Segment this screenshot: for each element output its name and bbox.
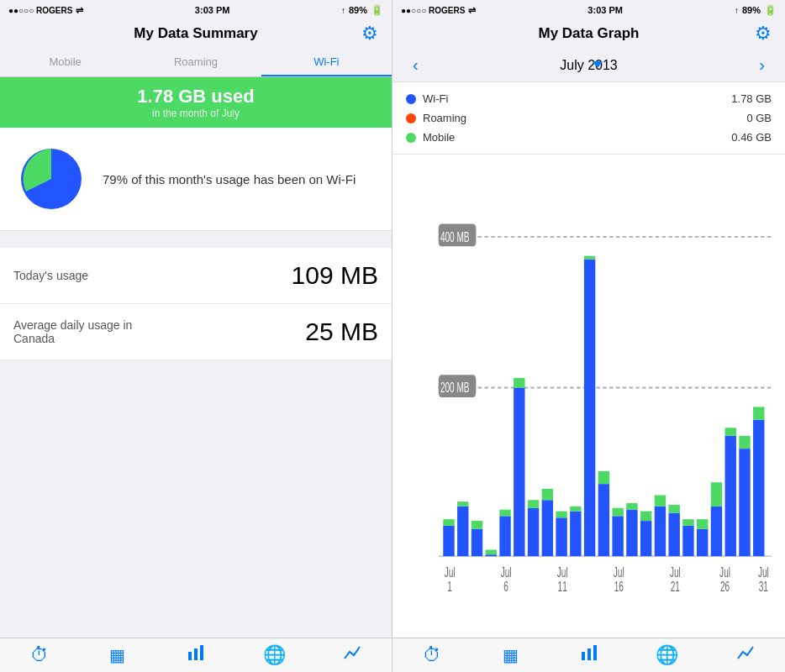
svg-text:21: 21 bbox=[671, 578, 680, 595]
svg-rect-50 bbox=[711, 507, 722, 556]
svg-rect-48 bbox=[697, 529, 708, 556]
svg-rect-41 bbox=[640, 512, 651, 521]
svg-rect-32 bbox=[584, 260, 595, 556]
bar-chart-svg: 400 MB 200 MB bbox=[401, 163, 777, 612]
mobile-legend-label: Mobile bbox=[423, 131, 455, 144]
tab-roaming[interactable]: Roaming bbox=[130, 49, 261, 76]
time-left: 3:03 PM bbox=[195, 5, 230, 15]
header-right: My Data Graph ⚙ bbox=[392, 20, 785, 49]
bottom-tabs-right: ⏱ ▦ 🌐 bbox=[392, 638, 785, 672]
svg-rect-39 bbox=[626, 503, 637, 510]
graph-area: 400 MB 200 MB bbox=[392, 155, 785, 638]
svg-rect-30 bbox=[570, 512, 581, 557]
roaming-legend-label: Roaming bbox=[423, 112, 466, 124]
graph-icon-right bbox=[580, 643, 598, 667]
carrier-right: ●●○○○ ROGERS bbox=[401, 6, 465, 15]
list-icon-left: ▦ bbox=[109, 645, 125, 665]
stat-label-avg: Average daily usage in Canada bbox=[13, 318, 148, 345]
status-left: ●●○○○ ROGERS ⇌ bbox=[8, 5, 83, 16]
svg-text:16: 16 bbox=[614, 578, 624, 595]
arrow-left: ↑ bbox=[341, 6, 345, 15]
wifi-legend-label: Wi-Fi bbox=[423, 92, 448, 105]
bottom-tab-timer-right[interactable]: ⏱ bbox=[392, 643, 471, 667]
bottom-tab-list-left[interactable]: ▦ bbox=[78, 643, 156, 667]
svg-rect-53 bbox=[725, 428, 736, 436]
svg-rect-33 bbox=[584, 256, 595, 260]
mobile-legend-value: 0.46 GB bbox=[731, 131, 772, 144]
legend-area: Wi-Fi 1.78 GB Roaming 0 GB Mobile 0.46 G… bbox=[392, 82, 785, 155]
title-left: My Data Summary bbox=[134, 25, 257, 42]
svg-rect-40 bbox=[640, 521, 651, 556]
svg-rect-23 bbox=[514, 378, 524, 387]
svg-rect-25 bbox=[528, 500, 539, 508]
svg-rect-74 bbox=[593, 645, 597, 660]
svg-rect-14 bbox=[457, 507, 468, 556]
banner-main-value: 1.78 GB used bbox=[13, 86, 378, 108]
status-bar-left: ●●○○○ ROGERS ⇌ 3:03 PM ↑ 89% 🔋 bbox=[0, 0, 392, 20]
svg-rect-20 bbox=[499, 516, 510, 556]
timer-icon-left: ⏱ bbox=[30, 644, 49, 666]
svg-rect-72 bbox=[582, 652, 585, 660]
gear-icon-right[interactable]: ⚙ bbox=[755, 23, 772, 45]
carrier-left: ●●○○○ ROGERS bbox=[8, 6, 72, 15]
wifi-legend-value: 1.78 GB bbox=[731, 92, 772, 105]
battery-pct-right: 89% bbox=[742, 5, 761, 15]
svg-rect-16 bbox=[472, 529, 482, 556]
bottom-tab-graph-left[interactable] bbox=[156, 643, 234, 667]
bottom-tab-timer-left[interactable]: ⏱ bbox=[0, 643, 78, 667]
bottom-tab-trend-right[interactable] bbox=[707, 643, 785, 667]
svg-rect-3 bbox=[194, 648, 198, 660]
svg-rect-73 bbox=[587, 648, 591, 660]
bottom-tab-globe-right[interactable]: 🌐 bbox=[628, 643, 706, 667]
svg-rect-55 bbox=[739, 436, 750, 449]
svg-rect-36 bbox=[612, 516, 623, 556]
svg-rect-35 bbox=[598, 471, 609, 484]
legend-row-mobile: Mobile 0.46 GB bbox=[406, 128, 772, 147]
svg-rect-49 bbox=[697, 519, 708, 528]
bottom-tab-globe-left[interactable]: 🌐 bbox=[235, 643, 313, 667]
trend-icon-right bbox=[736, 643, 755, 667]
bottom-tab-list-right[interactable]: ▦ bbox=[471, 643, 549, 667]
left-phone: ●●○○○ ROGERS ⇌ 3:03 PM ↑ 89% 🔋 My Data S… bbox=[0, 0, 392, 672]
bottom-tabs-left: ⏱ ▦ 🌐 bbox=[0, 638, 392, 672]
svg-rect-52 bbox=[725, 436, 736, 556]
gear-icon-left[interactable]: ⚙ bbox=[361, 23, 378, 45]
svg-rect-34 bbox=[598, 484, 609, 556]
app-container: ●●○○○ ROGERS ⇌ 3:03 PM ↑ 89% 🔋 My Data S… bbox=[0, 0, 785, 672]
svg-rect-47 bbox=[682, 519, 693, 526]
next-month-button[interactable]: › bbox=[752, 55, 772, 75]
title-right: My Data Graph bbox=[539, 25, 640, 42]
battery-icon-left: 🔋 bbox=[371, 4, 383, 16]
bottom-tab-graph-right[interactable] bbox=[550, 643, 628, 667]
svg-rect-13 bbox=[443, 519, 454, 526]
tab-mobile[interactable]: Mobile bbox=[0, 49, 130, 76]
wifi-icon-right: ⇌ bbox=[468, 5, 476, 16]
status-right-left: ↑ 89% 🔋 bbox=[341, 4, 383, 16]
graph-icon-left bbox=[187, 643, 205, 667]
prev-month-button[interactable]: ‹ bbox=[406, 55, 425, 75]
roaming-legend-value: 0 GB bbox=[746, 112, 772, 124]
stats-section: Today's usage 109 MB Average daily usage… bbox=[0, 248, 392, 360]
tab-wifi[interactable]: Wi-Fi bbox=[261, 49, 392, 76]
svg-rect-12 bbox=[443, 526, 454, 556]
svg-rect-38 bbox=[626, 510, 637, 556]
month-title: July 2013 bbox=[560, 58, 618, 73]
svg-rect-15 bbox=[457, 501, 468, 507]
battery-pct-left: 89% bbox=[349, 5, 367, 15]
globe-icon-right: 🌐 bbox=[656, 644, 678, 666]
svg-rect-46 bbox=[682, 526, 693, 556]
legend-row-wifi: Wi-Fi 1.78 GB bbox=[406, 89, 772, 108]
bottom-tab-trend-left[interactable] bbox=[313, 643, 392, 667]
time-right: 3:03 PM bbox=[587, 5, 623, 15]
svg-rect-4 bbox=[200, 645, 203, 660]
svg-rect-51 bbox=[711, 482, 722, 507]
svg-rect-22 bbox=[514, 388, 524, 557]
svg-rect-56 bbox=[753, 420, 764, 556]
header-left: My Data Summary ⚙ bbox=[0, 20, 392, 49]
mobile-dot bbox=[406, 133, 416, 143]
svg-rect-44 bbox=[668, 513, 679, 557]
triangle-marker bbox=[593, 61, 603, 68]
status-right-right: ↑ 89% 🔋 bbox=[735, 4, 777, 16]
stat-value-today: 109 MB bbox=[292, 261, 378, 290]
svg-rect-27 bbox=[542, 489, 553, 500]
